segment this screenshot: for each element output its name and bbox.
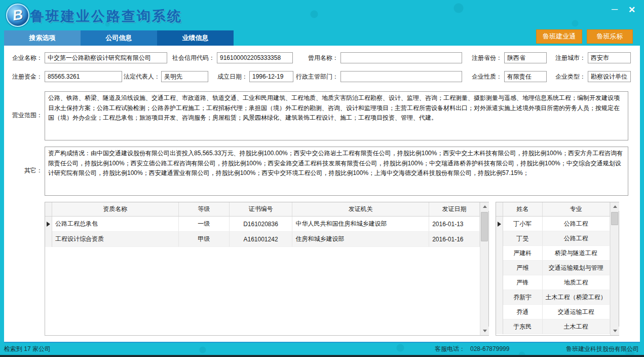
luban-jianyetong-button[interactable]: 鲁班建业通 <box>536 29 582 44</box>
row-header-cell[interactable] <box>496 319 503 334</box>
table-cell[interactable]: 土木工程（桥梁工程） <box>543 290 610 305</box>
personnel-vertical-scrollbar[interactable] <box>610 202 619 335</box>
table-row[interactable]: 严建科桥梁与隧道工程 <box>496 246 610 261</box>
table-cell[interactable]: 严建科 <box>503 246 543 261</box>
province-label: 注册省份： <box>464 52 502 63</box>
table-cell[interactable]: 于东民 <box>503 319 543 334</box>
former-name-label: 曾用名称： <box>298 52 338 63</box>
table-cell[interactable]: 交通运输规划与管理 <box>543 261 610 275</box>
table-row[interactable]: 乔新宇土木工程（桥梁工程） <box>496 290 610 305</box>
legal-rep-input[interactable] <box>161 71 208 82</box>
scrollbar-up-icon[interactable] <box>611 202 619 211</box>
column-header[interactable]: 资质名称 <box>52 202 179 216</box>
table-cell[interactable]: 中华人民共和国住房和城乡建设部 <box>292 217 429 232</box>
former-name-input[interactable] <box>340 52 462 63</box>
table-row[interactable]: 丁小军公路工程 <box>496 217 610 231</box>
row-header-cell[interactable] <box>45 217 52 232</box>
scrollbar-thumb[interactable] <box>611 212 618 225</box>
app-logo-icon: B <box>6 4 29 27</box>
table-cell[interactable]: 一级 <box>179 217 230 232</box>
table-cell[interactable]: 桥梁与隧道工程 <box>543 246 610 261</box>
luban-lebiao-button[interactable]: 鲁班乐标 <box>587 29 633 44</box>
table-cell[interactable]: 公路工程总承包 <box>52 217 179 232</box>
table-cell[interactable]: 甲级 <box>179 232 230 247</box>
service-phone-number: 028-67879999 <box>470 343 509 355</box>
other-label: 其它： <box>6 165 43 176</box>
column-header[interactable]: 证书编号 <box>230 202 293 216</box>
table-row[interactable]: 丁旻公路工程 <box>496 231 610 246</box>
type-label: 企业类型： <box>548 71 586 82</box>
row-header-cell[interactable] <box>496 231 503 246</box>
table-cell[interactable]: 严维 <box>503 261 543 275</box>
table-row[interactable]: 于东民土木工程 <box>496 319 610 334</box>
nature-label: 企业性质： <box>464 71 502 82</box>
row-header-cell[interactable] <box>496 275 503 290</box>
capital-label: 注册资金： <box>6 71 43 82</box>
founded-date-input[interactable] <box>249 71 293 82</box>
row-header-cell[interactable] <box>496 261 503 275</box>
table-cell[interactable]: 丁小军 <box>503 217 543 231</box>
tab-performance-info[interactable]: 业绩信息 <box>157 30 234 46</box>
table-row[interactable]: 公路工程总承包一级D161020836中华人民共和国住房和城乡建设部2016-0… <box>45 217 480 232</box>
scrollbar-up-icon[interactable] <box>480 202 489 211</box>
table-cell[interactable]: 交通运输工程 <box>543 305 610 319</box>
close-icon[interactable]: ✕ <box>624 3 640 16</box>
city-input[interactable] <box>588 52 631 63</box>
row-header-cell[interactable] <box>45 232 52 247</box>
business-scope-label: 营业范围： <box>6 110 43 121</box>
row-header-cell[interactable] <box>496 217 503 231</box>
type-input[interactable] <box>588 71 631 82</box>
business-scope-textarea[interactable]: 公路、铁路、桥梁、隧道及沿线设施、交通工程、市政道路、轨道交通、工业和民用建筑、… <box>45 91 628 140</box>
current-row-arrow-icon <box>47 222 50 227</box>
column-header[interactable]: 发证日期 <box>429 202 480 216</box>
column-header[interactable]: 姓名 <box>503 202 543 216</box>
scrollbar-down-icon[interactable] <box>480 327 489 335</box>
tab-company-info[interactable]: 公司信息 <box>81 30 157 46</box>
column-header[interactable]: 等级 <box>179 202 230 216</box>
table-cell[interactable]: 乔通 <box>503 305 543 319</box>
qualifications-table: 资质名称等级证书编号发证机关发证日期公路工程总承包一级D161020836中华人… <box>45 202 489 336</box>
scrollbar-down-icon[interactable] <box>611 327 619 335</box>
table-cell[interactable]: 丁旻 <box>503 231 543 246</box>
company-name-input[interactable] <box>45 52 167 63</box>
logo-letter: B <box>12 7 24 24</box>
table-cell[interactable]: 严锋 <box>503 275 543 290</box>
capital-input[interactable] <box>45 71 122 82</box>
table-cell[interactable]: 地质工程 <box>543 275 610 290</box>
table-cell[interactable]: 土木工程 <box>543 319 610 334</box>
other-textarea[interactable]: 资产构成情况：由中国交通建设股份有限公司出资投入85,565.33万元、持股比例… <box>45 147 628 196</box>
table-cell[interactable]: D161020836 <box>230 217 293 232</box>
nature-input[interactable] <box>504 71 547 82</box>
table-cell[interactable]: A161001242 <box>230 232 293 247</box>
row-header-stub <box>45 202 52 216</box>
table-cell[interactable]: 工程设计综合资质 <box>52 232 179 247</box>
table-row[interactable]: 工程设计综合资质甲级A161001242住房和城乡建设部2016-01-16 <box>45 232 480 247</box>
row-header-cell[interactable] <box>496 305 503 319</box>
qualifications-vertical-scrollbar[interactable] <box>480 202 488 335</box>
table-cell[interactable]: 公路工程 <box>543 217 610 231</box>
province-input[interactable] <box>504 52 547 63</box>
credit-code-input[interactable] <box>217 52 293 63</box>
result-count-text: 检索到 17 家公司 <box>4 343 51 355</box>
tab-search-options[interactable]: 搜索选项 <box>4 30 81 46</box>
admin-dept-input[interactable] <box>340 71 462 82</box>
app-window: B 鲁班建业公路查询系统 ─ ✕ 搜索选项 公司信息 业绩信息 鲁班建业通 鲁班… <box>0 0 644 357</box>
table-cell[interactable]: 2016-01-13 <box>429 217 480 232</box>
table-cell[interactable]: 住房和城乡建设部 <box>292 232 429 247</box>
company-name-label: 企业名称： <box>6 52 43 63</box>
table-row[interactable]: 严维交通运输规划与管理 <box>496 261 610 275</box>
row-header-cell[interactable] <box>496 246 503 261</box>
table-row[interactable]: 严锋地质工程 <box>496 275 610 290</box>
service-phone-label: 客服电话： <box>435 343 465 355</box>
column-header[interactable]: 专业 <box>543 202 610 216</box>
table-row[interactable]: 乔通交通运输工程 <box>496 305 610 319</box>
minimize-icon[interactable]: ─ <box>607 3 623 16</box>
table-cell[interactable]: 2016-01-16 <box>429 232 480 247</box>
app-title: 鲁班建业公路查询系统 <box>30 7 182 25</box>
table-cell[interactable]: 公路工程 <box>543 231 610 246</box>
row-header-cell[interactable] <box>496 290 503 305</box>
scrollbar-thumb[interactable] <box>481 212 488 241</box>
table-cell[interactable]: 乔新宇 <box>503 290 543 305</box>
column-header[interactable]: 发证机关 <box>292 202 429 216</box>
row-header-stub <box>496 202 503 216</box>
